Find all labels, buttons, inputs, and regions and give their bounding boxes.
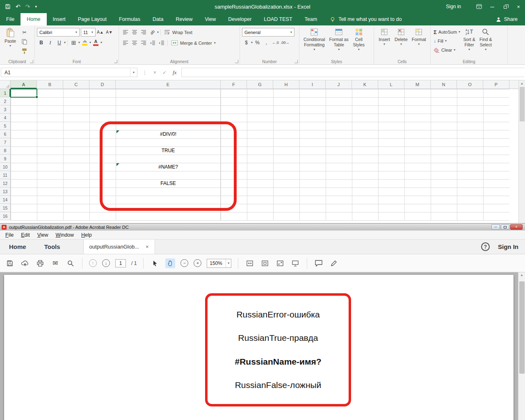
column-header-g[interactable]: G [247,80,273,89]
number-dialog-launcher[interactable] [294,60,298,63]
cut-icon[interactable]: ✂ [20,28,29,37]
select-all-corner[interactable] [0,80,11,89]
column-header-n[interactable]: N [431,80,457,89]
wrap-text-button[interactable]: Wrap Text [162,28,194,37]
decrease-font-size-button[interactable]: A▼ [105,28,114,37]
tab-document[interactable]: outputRussianGlob... × [83,240,155,254]
row-header-9[interactable]: 9 [0,155,11,163]
excel-tab-view[interactable]: View [199,13,222,25]
decrease-indent-icon[interactable] [148,39,157,47]
redo-icon[interactable]: ↷ [25,4,30,9]
fill-button[interactable]: ↓ Fill ▾ [433,37,461,45]
menu-view[interactable]: View [34,232,52,238]
column-header-l[interactable]: L [378,80,404,89]
comma-format-button[interactable]: , [262,39,271,47]
print-icon[interactable] [35,258,45,268]
font-size-select[interactable]: 11▾ [81,28,96,37]
zoom-in-icon[interactable]: + [194,259,201,267]
zoom-out-icon[interactable]: − [180,259,188,267]
ribbon-display-options-icon[interactable] [472,0,486,13]
scroll-up-icon[interactable]: ▲ [520,80,524,87]
font-name-select[interactable]: Calibri▾ [37,28,80,37]
align-left-icon[interactable] [121,39,130,47]
minimize-icon[interactable]: ─ [486,0,499,13]
borders-caret-icon[interactable]: ▾ [78,41,80,44]
column-header-i[interactable]: I [299,80,326,89]
formula-input[interactable] [181,68,524,77]
font-color-icon[interactable]: A [91,39,100,47]
orientation-caret-icon[interactable]: ▾ [157,31,159,34]
font-dialog-launcher[interactable] [114,60,117,63]
excel-tab-review[interactable]: Review [169,13,199,25]
undo-icon[interactable]: ↶ [16,4,21,9]
excel-tab-data[interactable]: Data [146,13,169,25]
insert-function-icon[interactable]: fx [173,69,176,76]
excel-tab-home[interactable]: Home [21,13,46,25]
next-page-icon[interactable]: ↓ [102,259,110,267]
fullscreen-icon[interactable] [275,258,285,268]
share-button[interactable]: Share [496,13,525,25]
row-header-13[interactable]: 13 [0,187,11,196]
zoom-level-select[interactable]: 150% ▾ [207,259,231,268]
column-header-j[interactable]: J [326,80,352,89]
menu-edit[interactable]: Edit [17,232,34,238]
excel-tab-file[interactable]: File [0,13,21,25]
email-icon[interactable]: ✉ [50,258,60,268]
comment-icon[interactable] [314,258,324,268]
insert-cells-button[interactable]: Insert ▾ [376,27,393,58]
align-right-icon[interactable] [139,39,148,47]
tab-home[interactable]: Home [0,240,35,254]
tab-close-icon[interactable]: × [146,244,149,249]
row-header-8[interactable]: 8 [0,146,11,155]
acrobat-close-icon[interactable]: × [510,224,523,230]
format-as-table-button[interactable]: Format asTable ▾ [327,27,351,58]
row-header-2[interactable]: 2 [0,97,11,105]
cloud-upload-icon[interactable] [20,258,30,268]
sort-filter-button[interactable]: AZ Sort &Filter ▾ [461,27,477,58]
tab-tools[interactable]: Tools [35,240,69,254]
presentation-mode-icon[interactable] [290,258,300,268]
bold-button[interactable]: B [37,39,46,47]
menu-file[interactable]: File [2,232,17,238]
row-header-4[interactable]: 4 [0,114,11,122]
cancel-entry-icon[interactable]: × [153,70,156,75]
clipboard-dialog-launcher[interactable] [30,60,33,63]
qat-customize-icon[interactable]: ▾ [35,5,37,9]
underline-caret-icon[interactable]: ▾ [64,41,66,44]
restore-icon[interactable] [499,0,512,13]
column-header-o[interactable]: O [457,80,483,89]
excel-vertical-scrollbar[interactable]: ▲ [518,80,525,223]
pdf-document-area[interactable]: RussianError-ошибкаRussianTrue-правда#Ru… [0,272,525,420]
save-icon[interactable] [5,4,11,9]
number-format-select[interactable]: General▾ [242,28,294,37]
column-header-m[interactable]: M [404,80,431,89]
fit-page-icon[interactable] [260,258,270,268]
format-painter-icon[interactable] [20,47,29,55]
currency-format-button[interactable]: $ [242,39,251,47]
worksheet-grid[interactable]: ABCDEFGHIJKLMNOP 12345678910111213141516… [0,80,518,223]
row-header-15[interactable]: 15 [0,204,11,212]
menu-help[interactable]: Help [78,232,96,238]
save-file-icon[interactable] [5,258,15,268]
fill-color-icon[interactable] [80,39,89,47]
sign-pen-icon[interactable] [329,258,339,268]
row-header-11[interactable]: 11 [0,171,11,179]
merge-center-button[interactable]: Merge & Center ▾ [169,39,217,47]
excel-tab-insert[interactable]: Insert [47,13,72,25]
fit-width-icon[interactable] [245,258,255,268]
excel-sign-in[interactable]: Sign in [446,4,461,9]
excel-tab-team[interactable]: Team [299,13,324,25]
confirm-entry-icon[interactable]: ✓ [162,70,167,75]
align-middle-icon[interactable] [130,28,139,37]
orientation-icon[interactable]: ab [148,28,157,37]
excel-tab-load-test[interactable]: LOAD TEST [258,13,298,25]
acrobat-sign-in[interactable]: Sign In [498,243,518,250]
excel-tab-developer[interactable]: Developer [222,13,258,25]
name-box-caret-icon[interactable]: ▾ [130,68,137,77]
autosum-button[interactable]: Σ AutoSum ▾ [433,28,461,36]
previous-page-icon[interactable]: ↑ [89,259,97,267]
row-header-16[interactable]: 16 [0,212,11,220]
close-icon[interactable]: × [512,0,525,13]
alignment-dialog-launcher[interactable] [235,60,238,63]
copy-icon[interactable] [20,38,29,46]
